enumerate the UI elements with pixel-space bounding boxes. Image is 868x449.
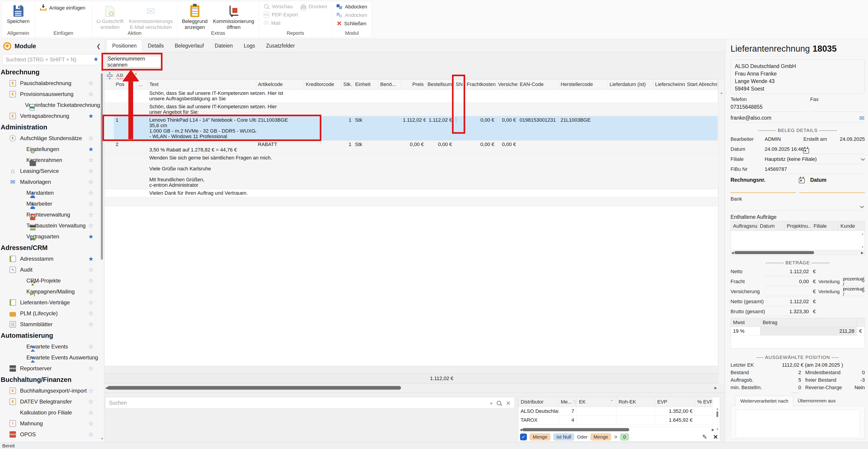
sidebar-module-item[interactable]: Audit xyxy=(0,264,100,275)
sidebar-module-item[interactable]: Stammblätter xyxy=(0,319,100,330)
remove-filter-icon[interactable]: ✕ xyxy=(713,434,718,441)
col-dots[interactable]: ... xyxy=(136,79,148,89)
distributor-horizontal-scrollbar[interactable]: ◀ ▶ xyxy=(519,427,715,432)
grid-message-row[interactable]: Schön, dass Sie auf unsere IT-Kompetenze… xyxy=(105,89,718,103)
save-button[interactable]: Speichern xyxy=(5,3,32,25)
scroll-down-icon[interactable]: ▼ xyxy=(861,246,864,249)
fracht-verteilung-dropdown[interactable]: prozentual / xyxy=(842,277,865,286)
col-benoetigt[interactable]: Benö... xyxy=(378,79,401,89)
tab-zusatzfelder[interactable]: Zusatzfelder xyxy=(260,39,301,52)
sidebar-module-item[interactable]: Kampagnen/Mailing xyxy=(0,286,100,297)
col-dot[interactable]: . xyxy=(128,79,136,89)
sidebar-module-item[interactable]: Mahnung xyxy=(0,418,100,429)
distributor-row[interactable]: ALSO Deutschland 7 1.352,00 € xyxy=(519,407,712,416)
email-field[interactable]: franke@also.com ✉ xyxy=(731,113,865,123)
filter-chip-istnull[interactable]: Ist Null xyxy=(553,433,574,441)
bottom-search-input[interactable] xyxy=(105,397,515,409)
favorite-star-toggle[interactable] xyxy=(88,234,94,239)
favorite-star-toggle[interactable] xyxy=(88,102,94,108)
sidebar-module-item[interactable]: PLM (Lifecycle) xyxy=(0,308,100,319)
grid-row[interactable]: 2 3,50 % Rabatt auf 1.278,82 € = 44,76 €… xyxy=(105,140,718,154)
scroll-up-icon[interactable]: ▲ xyxy=(720,91,723,95)
tab-details[interactable]: Details xyxy=(142,39,169,52)
scroll-up-icon[interactable]: ▲ xyxy=(716,407,719,410)
tab-logs[interactable]: Logs xyxy=(238,39,260,52)
distributor-header-row[interactable]: Distributor Me... ▽ EK ⌃ Roh-EK EVP % EV… xyxy=(519,397,712,407)
sidebar-module-item[interactable]: Leasing/Service xyxy=(0,166,100,177)
scroll-left-icon[interactable]: ◀ xyxy=(731,251,735,255)
calendar-icon[interactable] xyxy=(799,178,805,183)
clear-search-icon[interactable]: ✕ xyxy=(506,400,511,407)
rechnungsdatum-input[interactable] xyxy=(799,185,865,193)
filter-funnel-icon[interactable]: ▽ xyxy=(573,399,577,405)
col-herstellercode[interactable]: Herstellercode xyxy=(559,79,608,89)
favorite-star-toggle[interactable] xyxy=(88,388,94,394)
fracht-value[interactable]: 0,00 xyxy=(765,277,811,286)
col-pos[interactable]: Pos xyxy=(114,79,128,89)
scroll-up-icon[interactable]: ▲ xyxy=(101,68,103,72)
favorite-star-toggle[interactable] xyxy=(88,299,94,306)
sidebar-module-item[interactable]: CRM-Projekte xyxy=(0,275,100,286)
favorite-star-toggle[interactable] xyxy=(88,355,94,360)
col-betrag[interactable]: Betrag xyxy=(761,318,857,327)
col-artikelcode[interactable]: Artikelcode xyxy=(256,79,304,89)
sidebar-module-item[interactable]: Rechteverwaltung xyxy=(0,209,100,220)
sidebar-scroll-thumb[interactable] xyxy=(101,73,103,260)
fit-rows-icon[interactable]: ▼▲ xyxy=(107,72,113,79)
grid-row-selected[interactable]: 1 Lenovo ThinkPad L14 - 14" Notebook - C… xyxy=(105,116,718,140)
calendar-clock-icon[interactable] xyxy=(803,148,809,154)
sidebar-collapse-icon[interactable]: ❮ xyxy=(96,43,101,50)
col-sn[interactable]: SN xyxy=(454,79,465,89)
tab-belegverlauf[interactable]: Belegverlauf xyxy=(169,39,209,52)
sidebar-module-item[interactable]: Textbaustein Verwaltung xyxy=(0,220,100,231)
sidebar-module-item[interactable]: Mailvorlagen xyxy=(0,177,100,187)
quick-action-icon[interactable] xyxy=(131,72,137,78)
col-roh-ek[interactable]: Roh-EK xyxy=(616,397,655,407)
auftraege-header-row[interactable]: Auftragsnu... Datum Projektnu... Filiale… xyxy=(731,221,865,231)
col-kreditorcode[interactable]: Kreditorcode xyxy=(304,79,341,89)
favorite-star-toggle[interactable] xyxy=(88,321,94,327)
sidebar-module-item[interactable]: Mitarbeiter xyxy=(0,198,100,209)
chevron-down-icon[interactable] xyxy=(860,204,864,208)
distributor-row[interactable]: TAROX 4 1.645,92 € xyxy=(519,416,712,425)
favorite-star-toggle[interactable] xyxy=(88,179,94,185)
tab-uebernommen-aus[interactable]: Übernommen aus xyxy=(793,396,840,406)
favorite-star-toggle[interactable] xyxy=(88,113,94,119)
add-filter-icon[interactable]: + xyxy=(490,400,493,407)
scroll-up-icon[interactable]: ▲ xyxy=(861,232,864,235)
col-mwst[interactable]: Mwst xyxy=(731,318,761,327)
scroll-down-icon[interactable]: ▼ xyxy=(716,428,719,431)
col-indicator[interactable] xyxy=(105,79,114,89)
bearbeiter-value[interactable]: ADMIN xyxy=(765,136,803,142)
favorite-star-toggle[interactable] xyxy=(88,278,94,284)
sidebar-module-item[interactable]: Aufschläge Stundensätze xyxy=(0,133,100,144)
grid-vertical-scrollbar[interactable]: ▲ xyxy=(718,79,724,384)
sidebar-module-item[interactable]: Vertragsabrechnung xyxy=(0,110,100,122)
spellcheck-icon[interactable]: AB xyxy=(116,72,123,78)
sidebar-module-item[interactable]: Adressstamm xyxy=(0,253,100,264)
sidebar-module-item[interactable]: Provisionsauswertung xyxy=(0,89,100,100)
col-stk[interactable]: Stk. xyxy=(341,79,353,89)
col-bestellsumme[interactable]: Bestellsum... xyxy=(426,79,454,89)
scroll-right-icon[interactable]: ▶ xyxy=(714,386,718,390)
versicherung-value[interactable] xyxy=(765,287,811,296)
favorite-star-toggle[interactable] xyxy=(88,201,94,207)
scroll-right-icon[interactable]: ▶ xyxy=(861,251,864,255)
telefon-field[interactable]: 07315648855 xyxy=(731,102,806,112)
favorite-star-toggle[interactable] xyxy=(88,311,94,316)
grid-horizontal-scrollbar[interactable]: ◀ ▶ xyxy=(105,385,718,391)
col-versicherung[interactable]: Versicheru... xyxy=(496,79,518,89)
favorite-star-toggle[interactable] xyxy=(88,168,94,174)
insert-attachment-button[interactable]: Anlage einfügen xyxy=(38,3,87,13)
sidebar-module-item[interactable]: Mandanten xyxy=(0,187,100,198)
mwst-row[interactable]: 19 % 211,28 € xyxy=(731,327,865,335)
col-lieferdatum[interactable]: Lieferdatum (ist) xyxy=(608,79,653,89)
scroll-right-icon[interactable]: ▶ xyxy=(711,428,715,431)
tab-weiterverarbeitet-nach[interactable]: Weiterverarbeitet nach xyxy=(736,396,793,406)
favorite-star-toggle[interactable] xyxy=(88,399,94,405)
scroll-down-icon[interactable]: ▼ xyxy=(101,437,103,440)
col-prozent-evp[interactable]: % EVP xyxy=(695,397,712,407)
col-preis[interactable]: Preis xyxy=(401,79,426,89)
send-email-icon[interactable]: ✉ xyxy=(859,115,864,122)
grid-hscroll-thumb[interactable] xyxy=(107,386,401,390)
